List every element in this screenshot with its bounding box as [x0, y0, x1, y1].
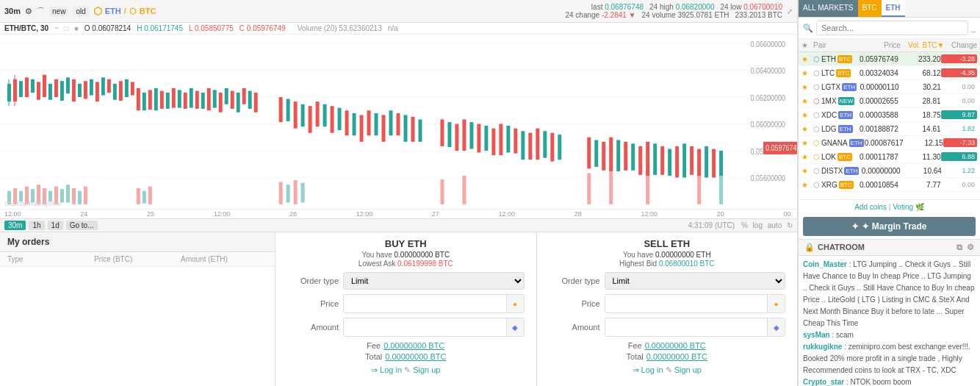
svg-rect-83 — [484, 126, 488, 151]
margin-trade-button[interactable]: ✦ ✦ Margin Trade — [803, 217, 976, 236]
pair-col-header[interactable]: Pair — [813, 41, 857, 49]
chart-refresh-icon[interactable]: ↻ — [787, 221, 793, 229]
tab-btc[interactable]: BTC — [858, 0, 882, 17]
market-row-ldg[interactable]: ★ ⬡LDG ETH 0.00188872 14.61 1.82 — [799, 122, 980, 136]
sell-fee-value[interactable]: 0.00000000 BTC — [645, 341, 706, 350]
sell-amount-input[interactable] — [605, 320, 768, 335]
svg-text:0.06000000: 0.06000000 — [751, 121, 786, 129]
tab-all-markets[interactable]: ALL MARKETS — [799, 0, 858, 17]
star-xdc[interactable]: ★ — [801, 111, 813, 119]
price-col-header[interactable]: Price — [857, 41, 900, 49]
svg-rect-110 — [705, 146, 708, 178]
timeframe-1h-btn[interactable]: 1h — [29, 221, 44, 230]
change-col-header[interactable]: Change — [944, 41, 977, 49]
market-row-distx[interactable]: ★ ⬡DISTX ETH 0.00000000 10.64 1.22 — [799, 164, 980, 178]
tab-eth[interactable]: ETH — [882, 0, 905, 17]
chatroom-title: CHATROOM — [818, 243, 865, 251]
tag-new[interactable]: new — [49, 7, 68, 16]
svg-rect-25 — [72, 79, 76, 101]
market-row-lok[interactable]: ★ ⬡LOK BTC 0.00011787 11.30 6.88 — [799, 150, 980, 164]
buy-signup-link[interactable]: Sign up — [413, 365, 440, 374]
vol-distx: 10.64 — [901, 167, 942, 175]
trend-icon[interactable]: ⌒ — [37, 6, 45, 17]
svg-rect-79 — [455, 124, 458, 151]
star-lok[interactable]: ★ — [801, 153, 813, 161]
vol-col-header[interactable]: Vol. BTC▼ — [901, 41, 944, 49]
goto-btn[interactable]: Go to... — [66, 221, 98, 230]
svg-rect-19 — [37, 82, 40, 99]
price-xdc: 0.00003588 — [856, 111, 898, 119]
login-icon: ⇒ — [371, 365, 378, 374]
svg-rect-92 — [550, 133, 554, 162]
star-gnana[interactable]: ★ — [801, 139, 813, 147]
chart-time-info: 4:31:09 (UTC) % log auto ↻ — [688, 221, 793, 229]
market-row-lgtx[interactable]: ★ ⬡LGTX ETH 0.00000110 30.21 0.00 — [799, 80, 980, 94]
voting-link[interactable]: Voting 🌿 — [893, 203, 924, 211]
sell-ordertype-row: Order type Limit Market Stop-Limit — [549, 272, 786, 290]
sell-price-input[interactable] — [605, 296, 768, 311]
svg-rect-108 — [690, 146, 693, 175]
svg-rect-68 — [360, 115, 364, 141]
vol-lok: 11.30 — [898, 153, 941, 161]
buy-login-link[interactable]: Log in — [380, 365, 402, 374]
buy-amount-icon: ◆ — [506, 318, 524, 336]
ohlc-na: n/a — [388, 24, 398, 32]
sell-ordertype-select[interactable]: Limit Market Stop-Limit — [605, 272, 786, 290]
svg-rect-43 — [178, 90, 181, 107]
add-coins-link[interactable]: Add coins — [854, 203, 887, 211]
tag-old[interactable]: old — [73, 7, 88, 16]
buy-price-input[interactable] — [344, 296, 506, 311]
ohlc-open: O 0.06078214 — [84, 24, 131, 32]
expand-icon[interactable]: ⤢ — [787, 7, 793, 15]
svg-rect-54 — [242, 88, 246, 104]
chat-message-4: Crypto_star : NTOK boom boom — [803, 376, 976, 387]
chat-new-window-icon[interactable]: ⧉ — [956, 243, 962, 252]
market-row-xdc[interactable]: ★ ⬡XDC ETH 0.00003588 18.75 9.87 — [799, 108, 980, 122]
sell-ordertype-label: Order type — [549, 276, 600, 285]
change-xrg: 0.00 — [941, 180, 977, 189]
change-ldg: 1.82 — [941, 124, 977, 133]
buy-login-row: ⇒ Log in ✎ Sign up — [287, 365, 525, 375]
buy-ordertype-select[interactable]: Limit Market Stop-Limit — [343, 272, 525, 290]
sell-signup-link[interactable]: Sign up — [674, 365, 702, 374]
market-row-gnana[interactable]: ★ ⬡GNANA ETH 0.00087617 12.15 -7.33 — [799, 136, 980, 150]
star-xrg[interactable]: ★ — [801, 181, 813, 189]
search-input[interactable] — [816, 21, 968, 35]
star-distx[interactable]: ★ — [801, 167, 813, 175]
buy-amount-input[interactable] — [344, 320, 506, 335]
star-lgtx[interactable]: ★ — [801, 83, 813, 91]
market-row-eth-btc[interactable]: ★ ⬡ETH BTC 0.05976749 233.20 -3.28 — [799, 52, 980, 66]
buy-fee-value[interactable]: 0.00000000 BTC — [383, 341, 444, 350]
market-row-1mx[interactable]: ★ ⬡1MX NEW 0.00002655 28.81 0.00 — [799, 94, 980, 108]
coin-selector[interactable]: ⬡ ETH / ⬡ BTC — [93, 5, 156, 17]
change-lok: 6.88 — [941, 152, 977, 161]
svg-rect-122 — [60, 189, 64, 202]
sell-login-link[interactable]: Log in — [641, 365, 663, 374]
svg-rect-66 — [345, 110, 349, 135]
svg-rect-20 — [43, 75, 46, 97]
star-ldg[interactable]: ★ — [801, 125, 813, 133]
ohlc-high: H 0.06171745 — [137, 24, 183, 32]
svg-rect-57 — [279, 97, 283, 122]
price-eth-btc: 0.05976749 — [856, 55, 898, 63]
svg-rect-40 — [160, 91, 164, 109]
sell-amount-label: Amount — [549, 323, 600, 332]
market-row-ltc-btc[interactable]: ★ ⬡LTC BTC 0.00324034 68.12 -4.35 — [799, 66, 980, 80]
buy-total-value: 0.00000000 BTC — [385, 352, 446, 361]
timeframe-30m[interactable]: 30m — [4, 7, 21, 15]
star-ltc-btc[interactable]: ★ — [801, 69, 813, 77]
chat-settings-icon[interactable]: ⚙ — [967, 243, 974, 252]
timeframe-1d-btn[interactable]: 1d — [48, 221, 63, 230]
svg-rect-26 — [78, 84, 82, 97]
svg-rect-33 — [119, 81, 123, 101]
star-1mx[interactable]: ★ — [801, 97, 813, 105]
sell-price-icon: ● — [767, 295, 785, 312]
timeframe-30m-btn[interactable]: 30m — [4, 221, 26, 230]
svg-rect-22 — [54, 79, 58, 97]
svg-rect-91 — [543, 131, 547, 157]
chart-settings-icon[interactable]: ⚙ — [25, 7, 32, 16]
star-eth-btc[interactable]: ★ — [801, 55, 813, 63]
svg-rect-34 — [125, 79, 129, 97]
market-row-xrg[interactable]: ★ ⬡XRG BTC 0.00010854 7.77 0.00 — [799, 178, 980, 192]
vol-xrg: 7.77 — [898, 181, 941, 189]
